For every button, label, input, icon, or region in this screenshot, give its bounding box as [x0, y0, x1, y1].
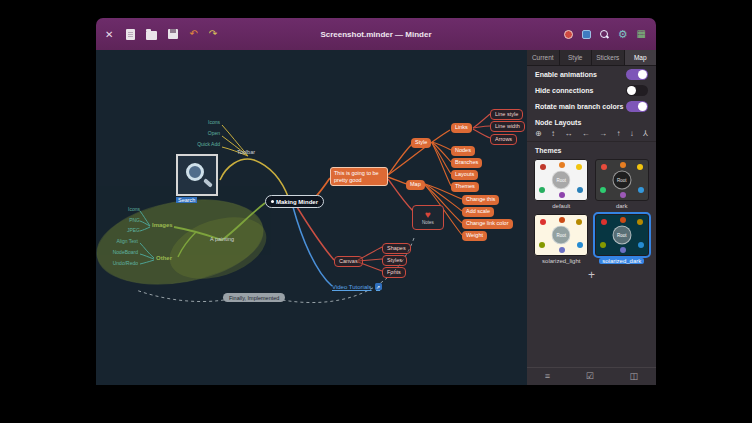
tab-map[interactable]: Map: [625, 50, 657, 65]
mindmap-canvas[interactable]: Making Minder Toolbar Icons Open Quick A…: [96, 50, 527, 385]
undo-icon[interactable]: ↶: [189, 29, 197, 39]
branch-edges: [96, 50, 527, 385]
tab-current[interactable]: Current: [527, 50, 560, 65]
theme-dot: [637, 219, 643, 225]
theme-dot: [577, 187, 583, 193]
layout-horizontal-icon[interactable]: ↔: [564, 130, 572, 138]
redo-icon[interactable]: ↷: [209, 29, 217, 39]
node-change-this[interactable]: Change this: [462, 195, 499, 205]
node-toolbar-quickadd[interactable]: Quick Add: [178, 141, 220, 147]
node-toolbar-open[interactable]: Open: [178, 130, 220, 136]
node-nodes[interactable]: Nodes: [451, 146, 475, 156]
close-button[interactable]: ✕: [105, 29, 113, 40]
layout-to-right-icon[interactable]: →: [599, 130, 607, 138]
save-icon[interactable]: [168, 29, 178, 39]
node-styles[interactable]: Styles: [382, 255, 407, 266]
balance-icon[interactable]: ≡: [545, 372, 550, 381]
theme-dot: [576, 219, 582, 225]
node-weight[interactable]: Weight: [462, 231, 487, 241]
layout-upwards-icon[interactable]: ↑: [616, 130, 620, 138]
node-root[interactable]: Making Minder: [265, 195, 324, 208]
layout-downwards-icon[interactable]: ↓: [630, 130, 634, 138]
theme-dot: [559, 192, 565, 198]
layout-tree-icon[interactable]: ⅄: [643, 130, 648, 138]
node-fonts[interactable]: Fonts: [382, 267, 406, 278]
theme-dark[interactable]: Root dark: [595, 159, 650, 209]
enable-animations-row: Enable animations: [527, 66, 656, 82]
export-icon[interactable]: [582, 30, 591, 39]
theme-dot: [620, 162, 626, 168]
node-change-link-color[interactable]: Change link color: [462, 219, 513, 229]
theme-solarized-light-name: solarized_light: [539, 258, 583, 264]
node-arrows[interactable]: Arrows: [490, 134, 517, 145]
node-shapes[interactable]: Shapes: [382, 243, 411, 254]
node-notes[interactable]: ♥ Notes: [412, 205, 444, 230]
theme-default[interactable]: Root default: [534, 159, 589, 209]
themes-grid: Root default Root: [527, 156, 656, 267]
node-align-text[interactable]: Align Text: [96, 238, 138, 244]
focus-mode-icon[interactable]: [564, 30, 573, 39]
theme-dot: [540, 219, 546, 225]
node-images-icons[interactable]: Icons: [98, 206, 140, 212]
node-branches[interactable]: Branches: [451, 158, 482, 168]
rotate-colors-row: Rotate main branch colors: [527, 98, 656, 114]
sidebar-bottom-toolbar: ≡ ☑ ◫: [527, 367, 656, 385]
theme-dot: [539, 187, 545, 193]
tab-stickers[interactable]: Stickers: [592, 50, 625, 65]
node-toolbar[interactable]: Toolbar: [237, 149, 255, 155]
theme-root-node: Root: [612, 226, 631, 245]
layout-to-left-icon[interactable]: ←: [582, 130, 590, 138]
node-add-scale[interactable]: Add scale: [462, 207, 494, 217]
theme-dot: [539, 242, 545, 248]
node-links[interactable]: Links: [451, 123, 472, 133]
link-icon[interactable]: ⇗: [375, 283, 382, 290]
node-canvas[interactable]: Canvas: [334, 256, 363, 267]
enable-animations-toggle[interactable]: [626, 69, 648, 80]
node-pretty-good[interactable]: This is going to be pretty good: [330, 167, 388, 186]
node-toolbar-icons[interactable]: Icons: [178, 119, 220, 125]
desktop-background: ✕ ↶ ↷ Screenshot.minder — Minder ⚙ ▦: [0, 0, 752, 423]
theme-dot: [577, 242, 583, 248]
theme-dot: [559, 217, 565, 223]
node-search-image[interactable]: Search: [176, 154, 218, 203]
app-grid-icon[interactable]: ▦: [637, 29, 646, 39]
node-undo-redo[interactable]: Undo/Redo: [96, 260, 138, 266]
toolbar-left: ↶ ↷: [126, 29, 217, 40]
node-nodeboard[interactable]: NodeBoard: [96, 249, 138, 255]
node-line-width[interactable]: Line width: [490, 121, 525, 132]
node-themes[interactable]: Themes: [451, 182, 479, 192]
theme-dot: [620, 247, 626, 253]
new-document-icon[interactable]: [126, 29, 135, 40]
node-painting[interactable]: A painting: [210, 236, 234, 242]
node-line-style[interactable]: Line style: [490, 109, 523, 120]
add-theme-button[interactable]: +: [588, 269, 595, 281]
open-folder-icon[interactable]: [146, 31, 157, 40]
node-style[interactable]: Style: [411, 138, 431, 148]
theme-root-node: Root: [612, 171, 631, 190]
rotate-colors-toggle[interactable]: [626, 101, 648, 112]
node-other[interactable]: Other: [156, 255, 172, 261]
node-jpeg[interactable]: JPEG: [98, 227, 140, 233]
node-search-label[interactable]: Search: [176, 197, 197, 203]
node-images[interactable]: Images: [152, 222, 173, 228]
theme-dot: [601, 219, 607, 225]
hide-connections-label: Hide connections: [535, 87, 593, 94]
node-notes-label: Notes: [422, 220, 434, 225]
theme-solarized-dark[interactable]: Root solarized_dark: [595, 214, 650, 264]
node-video-tutorials[interactable]: Video Tutorials ⇗: [332, 283, 382, 290]
settings-icon[interactable]: ⚙: [618, 29, 628, 40]
node-layouts[interactable]: Layouts: [451, 170, 478, 180]
frame-icon[interactable]: ◫: [630, 372, 639, 381]
hide-connections-toggle[interactable]: [626, 85, 648, 96]
titlebar[interactable]: ✕ ↶ ↷ Screenshot.minder — Minder ⚙ ▦: [96, 18, 656, 50]
theme-dot: [559, 162, 565, 168]
tab-style[interactable]: Style: [560, 50, 593, 65]
node-png[interactable]: PNG: [98, 217, 140, 223]
node-callout[interactable]: Finally, Implemented: [223, 293, 285, 302]
layout-vertical-icon[interactable]: ↕: [551, 130, 555, 138]
search-icon[interactable]: [600, 30, 609, 39]
theme-solarized-light[interactable]: Root solarized_light: [534, 214, 589, 264]
layout-manual-icon[interactable]: ⊕: [535, 130, 542, 138]
checklist-icon[interactable]: ☑: [586, 372, 594, 381]
node-map[interactable]: Map: [406, 180, 425, 190]
